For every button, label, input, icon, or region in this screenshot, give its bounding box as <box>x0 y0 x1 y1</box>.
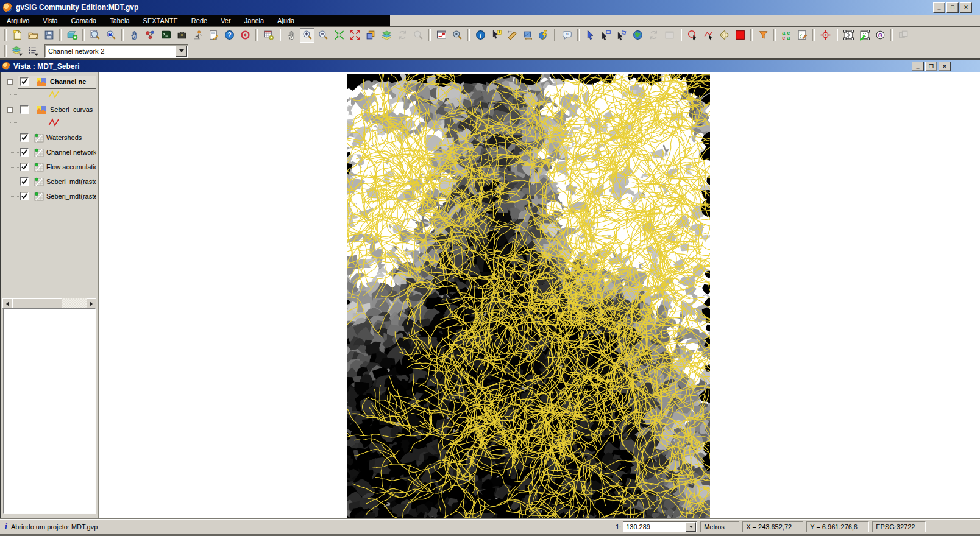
layer-row-channel-ne[interactable]: Channel ne <box>1 75 98 90</box>
search-by-locator-button[interactable]: B <box>104 28 118 43</box>
layer-checkbox[interactable] <box>20 192 29 200</box>
toc-horizontal-scrollbar[interactable] <box>2 298 96 309</box>
scale-dropdown-button[interactable] <box>686 522 696 532</box>
layer-row-seberi-curvas-de[interactable]: Seberi_curvas_de <box>1 103 98 118</box>
layer-row-channel-network[interactable]: Channel network <box>1 146 98 160</box>
scale-combobox[interactable]: 130.289 <box>623 521 697 532</box>
layer-row-seberi-mdt-raste[interactable]: Seberi_mdt(raste <box>1 175 98 189</box>
new-project-button[interactable] <box>10 28 24 43</box>
geoprocess-export-button[interactable] <box>857 28 872 43</box>
table-manager-button[interactable] <box>261 28 275 43</box>
map-view-area[interactable] <box>100 72 980 518</box>
select-by-circle-button[interactable] <box>685 28 700 43</box>
annotation-layer-button[interactable]: aeea <box>779 28 794 43</box>
menu-ver[interactable]: Ver <box>214 15 238 26</box>
tree-expander[interactable] <box>7 79 13 85</box>
zoom-out-button[interactable] <box>316 28 330 43</box>
sextante-help-button[interactable]: ? <box>222 28 236 43</box>
layer-row-watersheds[interactable]: Watersheds <box>1 131 98 146</box>
layer-checkbox[interactable] <box>20 105 29 114</box>
zoom-full-button[interactable] <box>347 28 362 43</box>
layer-label[interactable]: Channel ne <box>50 78 96 85</box>
geoprocess-dissolve-button[interactable] <box>841 28 856 43</box>
overview-map-button[interactable] <box>434 28 449 43</box>
save-project-button[interactable] <box>41 28 56 43</box>
select-by-layer-button[interactable] <box>630 28 645 43</box>
menu-vista[interactable]: Vista <box>36 15 64 26</box>
select-by-point-button[interactable] <box>583 28 597 43</box>
sextante-text-editor-button[interactable] <box>206 28 221 43</box>
hyperlink-button[interactable] <box>536 28 551 43</box>
selection-color-button[interactable] <box>733 28 747 43</box>
georeferencing-button[interactable]: G <box>873 28 887 43</box>
annotation-edit-button[interactable] <box>795 28 809 43</box>
menu-tabela[interactable]: Tabela <box>103 15 136 26</box>
filter-button[interactable] <box>756 28 770 43</box>
map-canvas[interactable] <box>347 74 710 518</box>
layer-checkbox[interactable] <box>20 177 29 186</box>
sextante-console-button[interactable] <box>158 28 173 43</box>
georeferencing-icon: G <box>875 29 886 41</box>
locator-setup-button[interactable] <box>450 28 464 43</box>
maximize-button[interactable]: □ <box>946 2 959 13</box>
layer-visibility-manager-button[interactable] <box>10 44 24 58</box>
measure-distance-button[interactable] <box>505 28 519 43</box>
menu-camada[interactable]: Camada <box>65 15 104 26</box>
menu-janela[interactable]: Janela <box>238 15 271 26</box>
vista-restore-button[interactable]: ❐ <box>925 62 937 71</box>
minimize-button[interactable]: _ <box>933 2 945 13</box>
sextante-history-button[interactable] <box>190 28 205 43</box>
close-button[interactable]: ✕ <box>960 2 972 13</box>
centroid-button[interactable] <box>818 28 833 43</box>
layer-row-flow-accumulation[interactable]: Flow accumulation <box>1 160 98 175</box>
layer-checkbox[interactable] <box>20 163 29 171</box>
menu-rede[interactable]: Rede <box>185 15 214 26</box>
print-preview-button[interactable] <box>88 28 102 43</box>
scrollbar-thumb[interactable] <box>12 298 62 309</box>
menu-ajuda[interactable]: Ajuda <box>271 15 301 26</box>
sextante-batch-button[interactable] <box>174 28 189 43</box>
layer-checkbox[interactable] <box>20 77 29 86</box>
pan-button[interactable] <box>284 28 299 43</box>
select-by-rectangle-button[interactable] <box>598 28 613 43</box>
scroll-left-button[interactable] <box>2 298 12 309</box>
open-project-button[interactable] <box>26 28 40 43</box>
select-by-buffer-button[interactable] <box>717 28 731 43</box>
vista-minimize-button[interactable]: _ <box>912 62 924 71</box>
scrollbar-track[interactable] <box>62 298 87 309</box>
add-view-button[interactable] <box>65 28 79 43</box>
layer-checkbox[interactable] <box>20 148 29 157</box>
layer-label[interactable]: Seberi_curvas_de <box>50 106 96 113</box>
sextante-modeler-button[interactable] <box>143 28 157 43</box>
measure-distance-icon <box>506 29 518 41</box>
zoom-selected-button[interactable] <box>332 28 346 43</box>
frame-manager-button[interactable] <box>363 28 378 43</box>
svg-text:B: B <box>108 32 112 37</box>
menu-sextante[interactable]: SEXTANTE <box>137 15 185 26</box>
layer-checkbox[interactable] <box>20 133 29 142</box>
zoom-in-button[interactable] <box>300 28 314 43</box>
layer-label[interactable]: Seberi_mdt(raste <box>46 178 96 185</box>
layer-order-manager-icon <box>27 45 39 57</box>
callout-button[interactable]: fJ <box>559 28 574 43</box>
select-by-polygon-button[interactable] <box>614 28 629 43</box>
menu-arquivo[interactable]: Arquivo <box>0 15 36 26</box>
combo-dropdown-button[interactable] <box>176 46 187 57</box>
layer-row-seberi-mdt-raste[interactable]: Seberi_mdt(raste <box>1 189 98 204</box>
select-by-polyline-button[interactable] <box>701 28 715 43</box>
tree-expander[interactable] <box>7 107 13 113</box>
sextante-toolbox-tree-button[interactable] <box>127 28 141 43</box>
layer-order-manager-button[interactable] <box>26 44 40 58</box>
info-by-point-button[interactable]: i <box>473 28 488 43</box>
layer-manager-button[interactable] <box>379 28 394 43</box>
measure-area-button[interactable] <box>520 28 535 43</box>
layer-label[interactable]: Seberi_mdt(raste <box>46 192 96 200</box>
layer-label[interactable]: Flow accumulation <box>46 163 96 171</box>
scroll-right-button[interactable] <box>87 298 96 309</box>
layer-label[interactable]: Watersheds <box>46 134 96 141</box>
info-fast-button[interactable]: i <box>489 28 503 43</box>
sextante-target-button[interactable] <box>238 28 252 43</box>
layer-label[interactable]: Channel network <box>46 149 96 156</box>
vista-close-button[interactable]: ✕ <box>939 62 951 71</box>
active-layer-combobox[interactable]: Channel network-2 <box>44 44 188 58</box>
